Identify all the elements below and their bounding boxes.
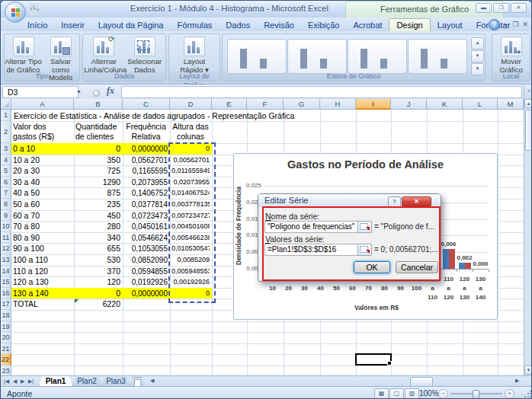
zoom-in-icon[interactable]: + [505, 389, 514, 399]
cell-B13[interactable]: 530 [75, 256, 120, 266]
cell-C7[interactable]: 0,1406752 [124, 189, 168, 199]
cell-A12[interactable]: 90 a 100 [13, 244, 72, 254]
select-all-corner[interactable] [1, 99, 11, 110]
column-header-a[interactable]: A [11, 99, 74, 110]
row-header-12[interactable]: 12 [1, 243, 11, 254]
vertical-scrollbar-thumb[interactable] [525, 110, 532, 151]
cell-C9[interactable]: 0,0723473 [124, 212, 168, 222]
row-header-11[interactable]: 11 [1, 232, 11, 244]
cell-C6[interactable]: 0,2073955 [124, 178, 168, 188]
cell-B16[interactable]: 0 [75, 289, 120, 299]
cell-A1[interactable]: Exercício de Estatística - Análise de da… [14, 111, 441, 120]
cell-B11[interactable]: 340 [75, 234, 120, 244]
active-cell-I22[interactable] [355, 353, 392, 365]
cell-C5[interactable]: 0,1165595 [124, 167, 168, 177]
cell-B10[interactable]: 280 [75, 222, 120, 232]
zoom-out-icon[interactable]: − [438, 389, 448, 399]
cell-A4[interactable]: 10 a 20 [13, 156, 72, 166]
column-header-d[interactable]: D [170, 99, 212, 110]
cell-B14[interactable]: 370 [75, 267, 120, 277]
column-header-h[interactable]: H [320, 99, 356, 110]
row-header-19[interactable]: 19 [1, 321, 11, 333]
next-sheet-icon[interactable]: ▶ [21, 377, 24, 386]
cell-A5[interactable]: 20 a 30 [13, 167, 72, 177]
cell-D2[interactable]: Altura das colunas [171, 122, 210, 142]
cell-B5[interactable]: 725 [75, 167, 120, 177]
cell-A15[interactable]: 120 a 130 [13, 278, 72, 288]
resize-grip[interactable] [524, 391, 531, 398]
row-header-10[interactable]: 10 [1, 221, 11, 232]
cell-A10[interactable]: 70 a 80 [13, 222, 72, 232]
first-sheet-icon[interactable]: |◀ [4, 377, 9, 386]
column-header-f[interactable]: F [247, 99, 284, 110]
cell-C3[interactable]: 0,0000000 [124, 145, 168, 155]
cell-C12[interactable]: 0,1053055 [124, 244, 168, 254]
column-header-l[interactable]: L [463, 99, 498, 110]
cell-A16[interactable]: 130 a 140 [13, 289, 72, 299]
column-header-b[interactable]: B [74, 99, 123, 110]
column-header-c[interactable]: C [123, 99, 170, 110]
row-header-9[interactable]: 9 [1, 210, 11, 222]
row-header-4[interactable]: 4 [1, 155, 11, 166]
page-layout-view-icon[interactable]: ▢ [389, 388, 404, 399]
cell-C16[interactable]: 0,0000000 [124, 289, 168, 299]
cell-B7[interactable]: 875 [75, 189, 120, 199]
office-button[interactable] [5, 2, 26, 23]
row-header-22[interactable]: 22 [1, 354, 11, 365]
cell-A7[interactable]: 40 a 50 [13, 189, 72, 199]
row-header-16[interactable]: 16 [1, 288, 11, 299]
cell-A3[interactable]: 0 a 10 [13, 145, 72, 155]
cell-A6[interactable]: 30 a 40 [13, 178, 72, 188]
cell-A14[interactable]: 110 a 120 [13, 267, 72, 277]
cell-A11[interactable]: 80 a 90 [13, 234, 72, 244]
cell-B17[interactable]: 6220 [75, 300, 120, 310]
cell-B15[interactable]: 120 [75, 278, 120, 288]
last-sheet-icon[interactable]: ▶| [28, 377, 34, 386]
dialog-close-icon[interactable]: ✕ [402, 196, 431, 207]
normal-view-icon[interactable]: ▦ [374, 388, 389, 399]
column-header-m[interactable]: M [498, 99, 524, 110]
dialog-help-icon[interactable]: ? [388, 196, 401, 207]
cell-A9[interactable]: 60 a 70 [13, 212, 72, 222]
cell-B12[interactable]: 655 [75, 244, 120, 254]
row-header-17[interactable]: 17 [1, 298, 11, 310]
hscroll-left-icon[interactable]: ◀ [150, 378, 154, 384]
row-header-2[interactable]: 2 [1, 121, 11, 143]
cell-B8[interactable]: 235 [75, 200, 120, 210]
cell-C11[interactable]: 0,0546624 [124, 234, 168, 244]
row-header-14[interactable]: 14 [1, 266, 11, 277]
row-header-18[interactable]: 18 [1, 310, 11, 321]
row-header-1[interactable]: 1 [1, 110, 11, 121]
row-header-13[interactable]: 13 [1, 254, 11, 266]
cell-C10[interactable]: 0,0450161 [124, 222, 168, 232]
cell-B3[interactable]: 0 [75, 145, 120, 155]
vertical-scrollbar[interactable]: ▲ ▼ [524, 99, 532, 375]
cell-C4[interactable]: 0,0562701 [124, 156, 168, 166]
sheet-tab-plan2[interactable]: Plan2 [72, 376, 101, 387]
sheet-tab-plan1[interactable]: Plan1 [39, 376, 72, 387]
row-header-3[interactable]: 3 [1, 143, 11, 155]
row-header-15[interactable]: 15 [1, 276, 11, 288]
cell-C15[interactable]: 0,0192926 [124, 278, 168, 288]
cell-C13[interactable]: 0,0852090 [124, 256, 168, 266]
row-header-21[interactable]: 21 [1, 343, 11, 355]
row-header-6[interactable]: 6 [1, 177, 11, 188]
cell-A13[interactable]: 100 a 110 [13, 256, 72, 266]
zoom-slider-thumb[interactable] [473, 390, 479, 399]
cell-A2[interactable]: Valor dos gastos (R$) [13, 122, 72, 142]
prev-sheet-icon[interactable]: ◀ [13, 377, 17, 386]
row-header-8[interactable]: 8 [1, 199, 11, 210]
cell-B2[interactable]: Quantidade de clientes [75, 122, 120, 142]
cell-A8[interactable]: 50 a 60 [13, 200, 72, 210]
cell-B9[interactable]: 450 [75, 212, 120, 222]
column-header-g[interactable]: G [284, 99, 320, 110]
cell-A17[interactable]: TOTAL [13, 300, 72, 310]
row-header-20[interactable]: 20 [1, 332, 11, 343]
cell-B4[interactable]: 350 [75, 156, 120, 166]
cell-B6[interactable]: 1290 [75, 178, 120, 188]
row-header-5[interactable]: 5 [1, 165, 11, 177]
vscroll-up-icon[interactable]: ▲ [524, 99, 532, 108]
page-break-view-icon[interactable]: ▥ [405, 388, 419, 399]
column-header-e[interactable]: E [212, 99, 247, 110]
row-header-7[interactable]: 7 [1, 187, 11, 199]
